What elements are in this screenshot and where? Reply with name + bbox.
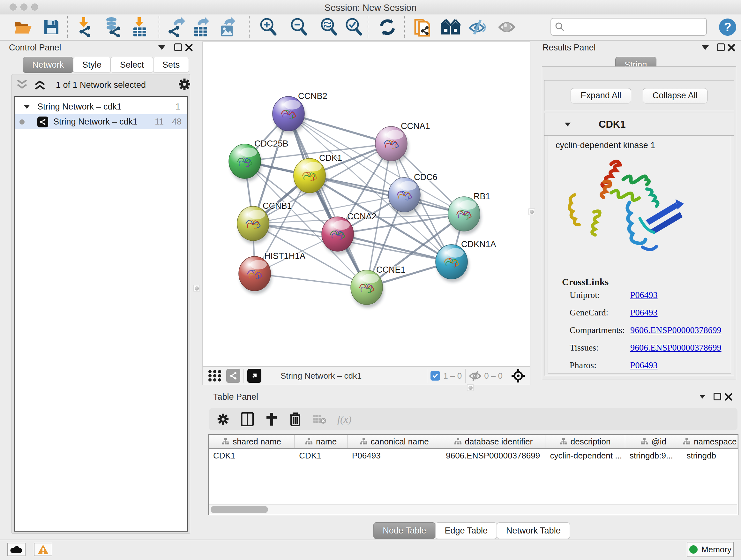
export-network-button[interactable] xyxy=(166,17,187,38)
expand-all-button[interactable]: Expand All xyxy=(570,88,631,104)
tab-edge-table[interactable]: Edge Table xyxy=(435,522,497,539)
tab-network[interactable]: Network xyxy=(23,57,73,73)
network-row-selected[interactable]: String Network – cdk1 11 48 xyxy=(15,114,187,129)
tab-style[interactable]: Style xyxy=(73,57,111,73)
protein-structure-image xyxy=(563,154,691,267)
node-RB1[interactable] xyxy=(448,197,480,231)
crosslink-label: Tissues: xyxy=(569,343,599,353)
zoom-selected-button[interactable] xyxy=(343,17,364,38)
column-header-database-identifier[interactable]: database identifier xyxy=(441,435,545,448)
export-table-button[interactable] xyxy=(192,17,212,38)
table-cell: P06493 xyxy=(347,449,441,462)
search-input[interactable] xyxy=(564,22,706,32)
node-CCNA1[interactable] xyxy=(375,126,407,161)
crosslink-row: Compartments: 9606.ENSP00000378699 xyxy=(548,325,731,343)
import-network-database-button[interactable] xyxy=(102,17,123,38)
warning-status-button[interactable] xyxy=(34,543,52,556)
string-network-graph[interactable]: CCNB2CCNA1CDC25BCDK1CDC6RB1CCNB1CCNA2CDK… xyxy=(203,42,530,366)
hide-selected-button[interactable] xyxy=(468,17,488,38)
column-header-canonical-name[interactable]: canonical name xyxy=(347,435,441,448)
results-panel-maximize-icon[interactable] xyxy=(717,44,725,51)
home-layout-button[interactable] xyxy=(441,17,461,38)
bottom-splitter-handle[interactable] xyxy=(467,384,474,391)
selected-nodes-checkbox[interactable] xyxy=(430,371,440,381)
zoom-in-button[interactable] xyxy=(258,17,278,38)
node-CDKN1A[interactable] xyxy=(435,245,468,279)
table-row[interactable]: CDK1CDK1P064939606.ENSP00000378699cyclin… xyxy=(209,449,738,462)
refresh-button[interactable] xyxy=(377,17,398,38)
node-CCNE1[interactable] xyxy=(351,270,383,305)
show-columns-icon[interactable] xyxy=(241,412,254,426)
crosslink-link[interactable]: P06493 xyxy=(630,307,658,318)
network-collection-label: String Network – cdk1 xyxy=(37,102,122,112)
column-header-@id[interactable]: @id xyxy=(625,435,682,448)
node-CCNB1[interactable] xyxy=(237,206,269,241)
toolbar-search xyxy=(550,18,707,36)
node-CCNA2[interactable] xyxy=(322,217,354,251)
left-splitter-handle[interactable] xyxy=(193,285,200,292)
column-header-name[interactable]: name xyxy=(294,435,347,448)
open-session-button[interactable] xyxy=(13,17,34,38)
grid-view-icon[interactable] xyxy=(208,369,222,382)
column-header-description[interactable]: description xyxy=(545,435,625,448)
zoom-selected-icon xyxy=(345,17,362,37)
node-label-CCNA1: CCNA1 xyxy=(401,121,430,131)
tab-select[interactable]: Select xyxy=(111,57,153,73)
network-view-icon[interactable] xyxy=(226,369,240,383)
zoom-out-button[interactable] xyxy=(288,17,309,38)
network-options-gear-icon[interactable] xyxy=(178,78,191,91)
node-CDC6[interactable] xyxy=(388,178,420,212)
table-options-gear-icon[interactable] xyxy=(217,413,229,426)
column-header-namespace[interactable]: namespace xyxy=(682,435,738,448)
network-collection-row[interactable]: String Network – cdk1 1 xyxy=(15,99,187,114)
protein-collapse-icon[interactable] xyxy=(565,123,571,126)
tree-expand-icon[interactable] xyxy=(24,105,30,109)
crosslink-link[interactable]: P06493 xyxy=(630,290,658,300)
save-session-button[interactable] xyxy=(41,17,62,38)
copy-style-button[interactable] xyxy=(413,17,433,38)
cloud-status-button[interactable] xyxy=(7,543,25,556)
node-CCNB2[interactable] xyxy=(273,97,305,131)
control-panel-maximize-icon[interactable] xyxy=(174,44,182,51)
node-HIST1H1A[interactable] xyxy=(239,256,271,291)
collapse-all-button[interactable]: Collapse All xyxy=(643,88,708,104)
crosslink-link[interactable]: 9606.ENSP00000378699 xyxy=(630,343,721,353)
crosslink-link[interactable]: P06493 xyxy=(630,360,658,370)
eye-icon xyxy=(498,19,515,35)
tab-sets[interactable]: Sets xyxy=(153,57,189,73)
import-network-file-button[interactable] xyxy=(73,17,94,38)
birdseye-crosshair-icon[interactable] xyxy=(511,368,526,383)
node-CDK1[interactable] xyxy=(293,159,326,193)
protein-card-header[interactable]: CDK1 xyxy=(544,113,734,136)
table-panel-close-icon[interactable] xyxy=(724,393,733,401)
copy-document-icon xyxy=(414,17,432,37)
control-panel-close-icon[interactable] xyxy=(185,44,193,52)
import-table-file-button[interactable] xyxy=(130,17,150,38)
add-column-icon[interactable] xyxy=(265,412,278,426)
node-CDC25B[interactable] xyxy=(229,144,261,179)
results-panel-float-icon[interactable] xyxy=(702,45,709,50)
export-image-button[interactable] xyxy=(218,17,238,38)
network-canvas[interactable]: CCNB2CCNA1CDC25BCDK1CDC6RB1CCNB1CCNA2CDK… xyxy=(202,42,530,367)
tab-node-table[interactable]: Node Table xyxy=(374,522,435,539)
node-table: shared namenamecanonical namedatabase id… xyxy=(208,434,738,515)
table-panel-maximize-icon[interactable] xyxy=(714,393,721,400)
zoom-fit-icon xyxy=(320,17,338,37)
table-panel-float-icon[interactable] xyxy=(699,395,705,398)
crosslink-link[interactable]: 9606.ENSP00000378699 xyxy=(630,325,721,335)
tab-network-table[interactable]: Network Table xyxy=(497,522,570,539)
results-panel-close-icon[interactable] xyxy=(727,44,736,52)
column-header-shared-name[interactable]: shared name xyxy=(209,435,294,448)
protein-name: CDK1 xyxy=(599,119,625,130)
crosslink-label: Pharos: xyxy=(569,360,596,370)
show-all-button[interactable] xyxy=(496,17,517,38)
control-panel-title: Control Panel xyxy=(9,43,61,53)
hidden-eye-icon xyxy=(469,370,482,381)
control-panel-float-icon[interactable] xyxy=(158,45,165,50)
scrollbar-thumb[interactable] xyxy=(211,506,268,513)
help-button[interactable]: ? xyxy=(718,17,738,38)
delete-column-icon[interactable] xyxy=(289,412,301,427)
zoom-fit-button[interactable] xyxy=(319,17,339,38)
detach-view-button[interactable] xyxy=(247,369,261,383)
memory-button[interactable]: Memory xyxy=(687,542,734,557)
